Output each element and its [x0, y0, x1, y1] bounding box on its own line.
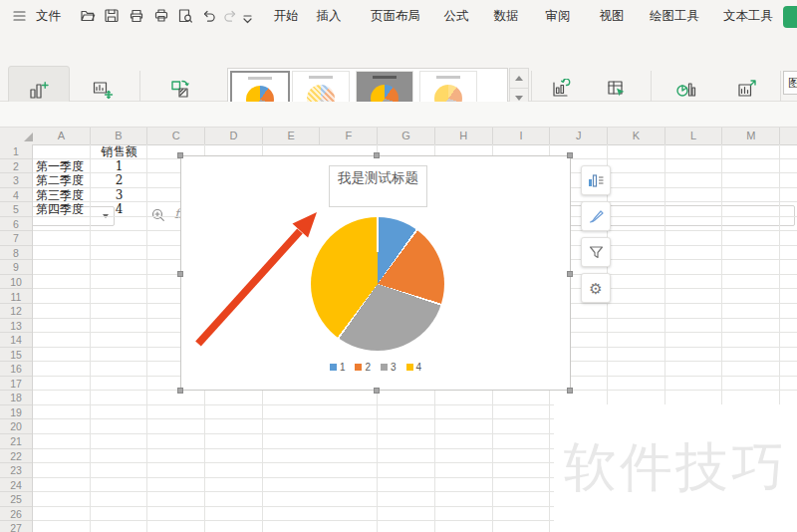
watermark-box: 软件技巧 [554, 404, 797, 532]
row-header-15[interactable]: 15 [0, 348, 32, 363]
tab-8[interactable]: 绘图工具 [650, 8, 699, 25]
row-header-5[interactable]: 5 [0, 202, 32, 217]
save-icon[interactable] [104, 8, 120, 24]
resize-handle-n[interactable] [374, 152, 380, 158]
clipped-ribbon-button[interactable]: 图 [783, 71, 797, 95]
row-header-23[interactable]: 23 [0, 463, 32, 478]
thumbnail-title-bar [436, 76, 460, 79]
select-all-corner[interactable] [24, 133, 33, 141]
cell-A3[interactable]: 第二季度 [36, 173, 91, 188]
row-header-11[interactable]: 11 [0, 290, 32, 305]
tab-5[interactable]: 数据 [494, 8, 519, 25]
chart-filter-button[interactable] [581, 237, 611, 267]
pie-chart-object[interactable]: 我是测试标题 1234 [180, 155, 571, 391]
tab-9[interactable]: 文本工具 [723, 8, 773, 25]
row-header-10[interactable]: 10 [0, 275, 32, 290]
chart-style-button[interactable] [581, 201, 611, 231]
output-icon[interactable] [129, 8, 144, 24]
resize-handle-ne[interactable] [567, 152, 573, 158]
cell-B4[interactable]: 3 [91, 188, 148, 203]
column-header-D[interactable]: D [205, 128, 263, 144]
column-header-G[interactable]: G [378, 128, 435, 144]
column-header-L[interactable]: L [665, 128, 723, 144]
row-headers: 1234567891011121314151617181920212223242… [0, 144, 33, 532]
cell-B1[interactable]: 销售额 [91, 144, 148, 159]
row-header-20[interactable]: 20 [0, 419, 32, 434]
row-header-19[interactable]: 19 [0, 405, 32, 420]
column-headers: ABCDEFGHIJKLM [0, 128, 797, 145]
preview-icon[interactable] [177, 8, 193, 24]
print-icon[interactable] [153, 8, 169, 24]
thumbnail-title-bar [248, 77, 272, 80]
chart-elements-button[interactable] [581, 165, 611, 195]
row-header-4[interactable]: 4 [0, 188, 32, 203]
row-header-22[interactable]: 22 [0, 449, 32, 464]
row-header-9[interactable]: 9 [0, 260, 32, 275]
resize-handle-se[interactable] [567, 388, 573, 394]
tab-3[interactable]: 页面布局 [371, 8, 420, 25]
tab-6[interactable]: 审阅 [546, 8, 571, 25]
row-header-21[interactable]: 21 [0, 434, 32, 449]
cell-A5[interactable]: 第四季度 [36, 202, 91, 217]
tab-4[interactable]: 公式 [444, 8, 469, 25]
row-header-16[interactable]: 16 [0, 362, 32, 377]
row-header-14[interactable]: 14 [0, 333, 32, 348]
tab-1[interactable]: 开始 [274, 8, 299, 25]
formula-bar: fx 1 [0, 102, 797, 128]
resize-handle-e[interactable] [567, 271, 573, 277]
row-header-6[interactable]: 6 [0, 217, 32, 232]
gallery-scroll-up-button[interactable] [509, 68, 529, 89]
column-header-M[interactable]: M [722, 128, 780, 144]
column-header-A[interactable]: A [33, 128, 91, 144]
cell-B3[interactable]: 2 [91, 173, 148, 188]
column-header-K[interactable]: K [608, 128, 665, 144]
row-header-1[interactable]: 1 [0, 144, 32, 159]
resize-handle-w[interactable] [177, 271, 183, 277]
row-header-2[interactable]: 2 [0, 159, 32, 174]
row-header-27[interactable]: 27 [0, 521, 32, 532]
thumbnail-title-bar [309, 76, 333, 79]
redo-icon[interactable] [222, 8, 238, 24]
chart-tools-ribbon: 添加元素 快速布局 更改颜色 [0, 31, 797, 102]
clipped-button-label: 图 [788, 76, 797, 91]
cell-A2[interactable]: 第一季度 [36, 159, 91, 174]
open-icon[interactable] [80, 8, 96, 24]
top-menu-bar: 文件 开始插入页面布局公式数据审阅视图绘图工具文本工具 [0, 0, 797, 31]
cell-B2[interactable]: 1 [91, 159, 148, 174]
column-header-I[interactable]: I [493, 128, 551, 144]
row-header-7[interactable]: 7 [0, 231, 32, 246]
brush-icon [588, 208, 605, 225]
column-header-B[interactable]: B [91, 128, 148, 144]
column-header-J[interactable]: J [550, 128, 608, 144]
tab-7[interactable]: 视图 [600, 8, 625, 25]
row-header-25[interactable]: 25 [0, 492, 32, 507]
column-header-H[interactable]: H [435, 128, 493, 144]
cell-A4[interactable]: 第三季度 [36, 188, 91, 203]
column-header-E[interactable]: E [263, 128, 321, 144]
wps-green-button[interactable] [783, 6, 797, 28]
tab-2[interactable]: 插入 [317, 8, 342, 25]
row-header-18[interactable]: 18 [0, 391, 32, 405]
row-header-3[interactable]: 3 [0, 173, 32, 188]
resize-handle-sw[interactable] [177, 388, 183, 394]
row-header-12[interactable]: 12 [0, 304, 32, 319]
row-header-17[interactable]: 17 [0, 377, 32, 392]
column-header-C[interactable]: C [147, 128, 205, 144]
row-header-26[interactable]: 26 [0, 507, 32, 522]
row-header-24[interactable]: 24 [0, 478, 32, 493]
undo-icon[interactable] [201, 8, 217, 24]
row-header-13[interactable]: 13 [0, 319, 32, 334]
thumbnail-title-bar [373, 76, 397, 79]
resize-handle-nw[interactable] [177, 152, 183, 158]
chart-settings-button[interactable]: ⚙ [581, 273, 611, 303]
cell-B5[interactable]: 4 [91, 202, 148, 217]
row-header-8[interactable]: 8 [0, 246, 32, 261]
down-arrow-icon [515, 96, 523, 101]
hamburger-menu-icon[interactable] [12, 8, 28, 24]
file-menu[interactable]: 文件 [36, 8, 61, 25]
resize-handle-s[interactable] [374, 388, 380, 394]
more-commands-icon[interactable] [242, 11, 258, 27]
column-header-F[interactable]: F [321, 128, 379, 144]
red-arrow-annotation[interactable] [181, 156, 572, 392]
watermark-text: 软件技巧 [564, 432, 787, 504]
